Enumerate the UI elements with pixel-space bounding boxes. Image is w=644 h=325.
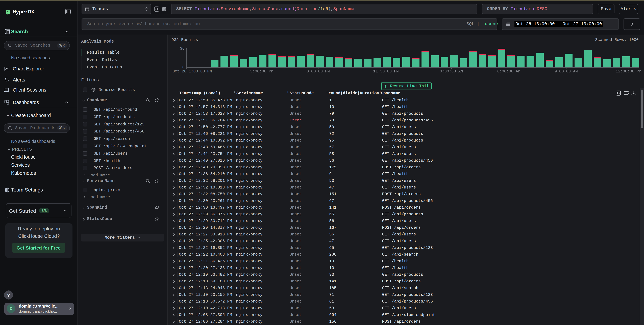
svg-text:?: ? — [7, 293, 10, 298]
